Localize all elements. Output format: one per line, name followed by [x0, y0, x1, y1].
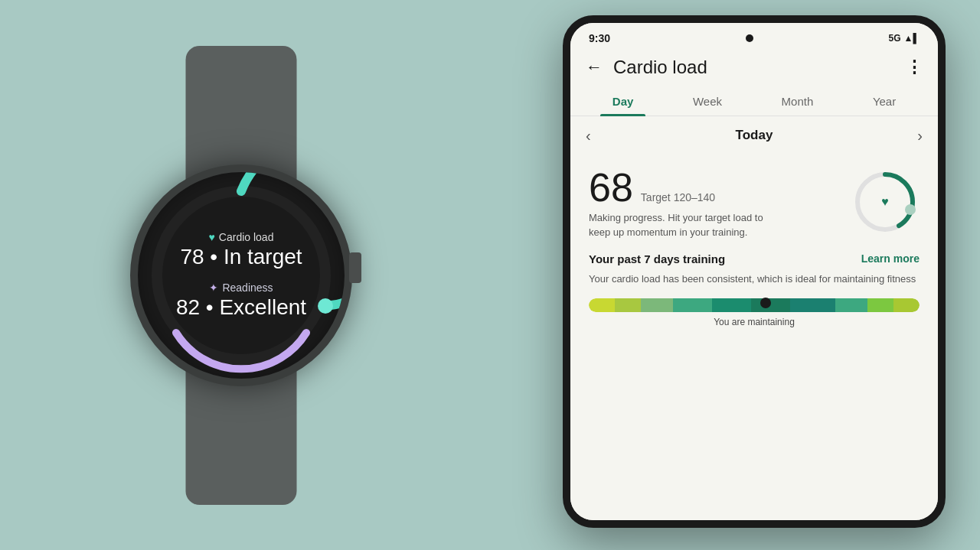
watch-cardio-label: ♥ Cardio load	[176, 231, 306, 243]
bar-seg-10	[893, 298, 920, 312]
date-nav: ‹ Today ›	[570, 116, 938, 155]
metric-row: 68 Target 120–140 Making progress. Hit y…	[589, 168, 920, 240]
back-button[interactable]: ←	[586, 57, 603, 77]
prev-date-button[interactable]: ‹	[586, 127, 591, 145]
phone-screen: 9:30 5G ▲▌ ← Cardio load ⋮	[570, 23, 938, 520]
tab-day-label: Day	[612, 95, 634, 108]
status-time: 9:30	[589, 32, 610, 44]
svg-point-4	[905, 204, 916, 215]
learn-more-link[interactable]: Learn more	[861, 252, 920, 265]
watch-cardio-label-text: Cardio load	[219, 231, 274, 243]
section-title: Your past 7 days training	[589, 252, 725, 265]
section-description: Your cardio load has been consistent, wh…	[589, 272, 920, 287]
phone-container: 9:30 5G ▲▌ ← Cardio load ⋮	[563, 15, 961, 535]
circular-progress-svg: ♥	[851, 168, 920, 236]
watch-run-icon: ✦	[209, 282, 218, 294]
metric-description: Making progress. Hit your target load to…	[589, 210, 773, 240]
more-menu-button[interactable]: ⋮	[906, 57, 923, 77]
bar-seg-2	[615, 298, 641, 312]
watch-crown	[349, 252, 361, 283]
bar-seg-4	[673, 298, 712, 312]
tab-month-label: Month	[782, 95, 814, 108]
progress-bar-label: You are maintaining	[589, 317, 920, 327]
metric-number-row: 68 Target 120–140	[589, 168, 851, 207]
header-left: ← Cardio load	[586, 57, 707, 78]
current-date-label: Today	[736, 128, 773, 143]
svg-point-1	[318, 298, 333, 314]
scene: ♥ Cardio load 78 • In target ✦ Readiness…	[0, 0, 980, 550]
watch-text-content: ♥ Cardio load 78 • In target ✦ Readiness…	[176, 231, 306, 320]
progress-bar-track	[589, 298, 920, 312]
tabs-container: Day Week Month Year	[570, 87, 938, 116]
metric-value: 68	[589, 168, 633, 207]
tab-year[interactable]: Year	[861, 87, 908, 116]
app-header: ← Cardio load ⋮	[570, 50, 938, 87]
section-header: Your past 7 days training Learn more	[589, 252, 920, 265]
bar-seg-3	[641, 298, 673, 312]
tab-month[interactable]: Month	[769, 87, 826, 116]
progress-bar-container: You are maintaining	[589, 298, 920, 327]
bar-seg-7	[790, 298, 835, 312]
watch-body: ♥ Cardio load 78 • In target ✦ Readiness…	[130, 164, 352, 386]
watch-heart-icon: ♥	[209, 231, 215, 243]
progress-dot	[760, 298, 771, 308]
tab-week[interactable]: Week	[681, 87, 734, 116]
bar-seg-8	[835, 298, 867, 312]
tab-day[interactable]: Day	[600, 87, 646, 116]
bar-seg-5	[712, 298, 751, 312]
watch-screen: ♥ Cardio load 78 • In target ✦ Readiness…	[138, 172, 345, 379]
page-title: Cardio load	[613, 57, 707, 78]
bar-seg-9	[867, 298, 893, 312]
watch-cardio-value: 78 • In target	[176, 245, 306, 269]
watch-container: ♥ Cardio load 78 • In target ✦ Readiness…	[19, 46, 463, 505]
status-camera	[746, 34, 753, 42]
bar-seg-1	[589, 298, 615, 312]
content-area: 68 Target 120–140 Making progress. Hit y…	[570, 155, 938, 340]
phone-body: 9:30 5G ▲▌ ← Cardio load ⋮	[563, 15, 946, 528]
next-date-button[interactable]: ›	[917, 127, 923, 145]
signal-bars: ▲▌	[904, 33, 920, 44]
circular-progress: ♥	[851, 168, 920, 236]
watch-readiness-label-text: Readiness	[222, 282, 273, 294]
signal-text: 5G	[889, 33, 901, 44]
progress-indicator	[759, 296, 773, 314]
status-bar: 9:30 5G ▲▌	[570, 23, 938, 50]
tab-year-label: Year	[873, 95, 896, 108]
tab-week-label: Week	[693, 95, 722, 108]
watch-readiness-label: ✦ Readiness	[176, 282, 306, 294]
metric-left: 68 Target 120–140 Making progress. Hit y…	[589, 168, 851, 240]
watch-readiness-value: 82 • Excellent	[176, 295, 306, 320]
svg-text:♥: ♥	[881, 195, 889, 208]
status-icons: 5G ▲▌	[889, 33, 920, 44]
metric-target: Target 120–140	[641, 191, 715, 203]
